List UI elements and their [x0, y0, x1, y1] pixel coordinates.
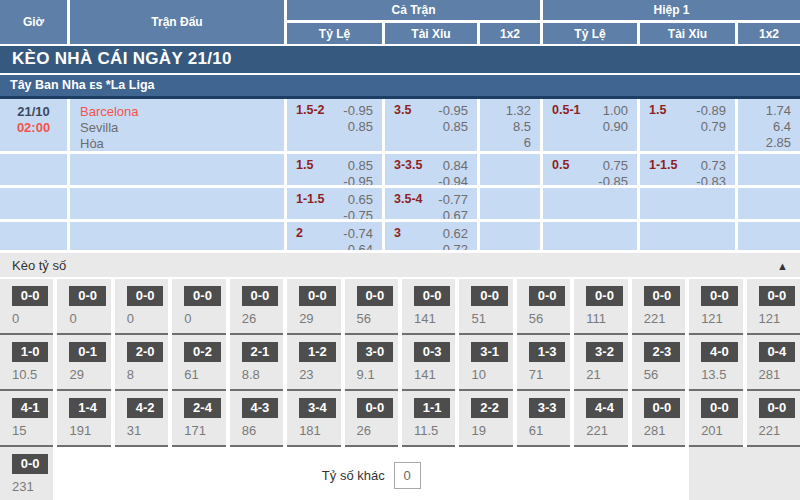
odds-value[interactable]: 0.67 [443, 208, 468, 219]
score-label[interactable]: 0-0 [242, 286, 278, 306]
odds-value[interactable]: -0.89 [696, 103, 726, 119]
odds-value[interactable]: 0.64 [348, 242, 373, 250]
odds-value[interactable]: -0.85 [598, 174, 628, 185]
score-cell[interactable]: 0-0 0 [0, 279, 53, 335]
score-cell[interactable]: 1-2 23 [287, 335, 340, 391]
score-cell[interactable]: 0-0 231 [0, 447, 53, 500]
score-cell[interactable]: 0-0 0 [57, 279, 110, 335]
score-label[interactable]: 0-0 [12, 286, 48, 306]
score-label[interactable]: 2-4 [184, 398, 220, 418]
score-cell[interactable]: 2-4 171 [172, 391, 225, 447]
score-cell[interactable]: 0-0 141 [402, 279, 455, 335]
score-cell[interactable]: 1-0 10.5 [0, 335, 53, 391]
score-label[interactable]: 0-4 [759, 342, 795, 362]
score-cell[interactable]: 1-4 191 [57, 391, 110, 447]
odds-value[interactable]: -0.83 [696, 174, 726, 185]
score-cell[interactable]: 0-0 29 [287, 279, 340, 335]
score-label[interactable]: 0-1 [69, 342, 105, 362]
odds-value[interactable]: 1.32 [506, 103, 531, 119]
ft-overunder-cell[interactable]: 3 0.62 -0.72 [385, 222, 477, 250]
score-label[interactable]: 4-1 [12, 398, 48, 418]
score-label[interactable]: 3-4 [299, 398, 335, 418]
odds-value[interactable]: 6.4 [773, 119, 791, 135]
score-label[interactable]: 0-0 [184, 286, 220, 306]
odds-value[interactable]: 6 [524, 135, 531, 151]
score-label[interactable]: 1-1 [414, 398, 450, 418]
odds-value[interactable]: -0.95 [438, 103, 468, 119]
score-label[interactable]: 0-0 [586, 286, 622, 306]
score-cell[interactable]: 0-0 26 [345, 391, 398, 447]
score-label[interactable]: 2-0 [127, 342, 163, 362]
score-cell[interactable]: 1-1 11.5 [402, 391, 455, 447]
score-cell[interactable]: 4-3 86 [230, 391, 283, 447]
ft-1x2-cell[interactable]: 1.32 8.5 6 [480, 99, 540, 151]
score-label[interactable]: 0-2 [184, 342, 220, 362]
odds-value[interactable]: 0.62 [443, 226, 468, 242]
ft-overunder-cell[interactable]: 3.5-4 -0.77 0.67 [385, 188, 477, 219]
odds-value[interactable]: 1.74 [766, 103, 791, 119]
score-cell[interactable]: 0-0 26 [230, 279, 283, 335]
score-label[interactable]: 0-0 [701, 398, 737, 418]
odds-value[interactable]: -0.95 [343, 103, 373, 119]
score-cell[interactable]: 3-3 61 [517, 391, 570, 447]
h1-overunder-cell[interactable]: 1-1.5 0.73 -0.83 [640, 154, 735, 185]
odds-value[interactable]: -0.95 [343, 174, 373, 185]
score-cell[interactable]: 4-1 15 [0, 391, 53, 447]
score-cell[interactable]: 0-0 201 [689, 391, 742, 447]
score-cell[interactable]: 0-0 121 [689, 279, 742, 335]
score-cell[interactable]: 0-3 141 [402, 335, 455, 391]
ft-handicap-cell[interactable]: 1.5 0.85 -0.95 [287, 154, 382, 185]
score-cell[interactable]: 0-0 281 [632, 391, 685, 447]
score-cell[interactable]: 0-0 221 [632, 279, 685, 335]
h1-handicap-cell[interactable]: 0.5 0.75 -0.85 [543, 154, 637, 185]
odds-value[interactable]: 0.75 [603, 158, 628, 174]
odds-value[interactable]: -0.94 [438, 174, 468, 185]
odds-value[interactable]: 0.84 [443, 158, 468, 174]
score-cell[interactable]: 0-0 51 [459, 279, 512, 335]
score-cell[interactable]: 4-4 221 [574, 391, 627, 447]
score-label[interactable]: 0-0 [759, 398, 795, 418]
score-cell[interactable]: 2-0 8 [115, 335, 168, 391]
odds-value[interactable]: 0.65 [348, 192, 373, 208]
score-label[interactable]: 4-3 [242, 398, 278, 418]
odds-value[interactable]: -0.77 [438, 192, 468, 208]
score-label[interactable]: 0-0 [357, 398, 393, 418]
score-cell[interactable]: 0-4 281 [747, 335, 800, 391]
score-label[interactable]: 0-3 [414, 342, 450, 362]
score-label[interactable]: 0-0 [644, 398, 680, 418]
odds-value[interactable]: 0.85 [348, 158, 373, 174]
score-label[interactable]: 1-2 [299, 342, 335, 362]
ft-handicap-cell[interactable]: 2 -0.74 0.64 [287, 222, 382, 250]
score-cell[interactable]: 0-0 111 [574, 279, 627, 335]
score-label[interactable]: 3-2 [586, 342, 622, 362]
ft-handicap-cell[interactable]: 1-1.5 0.65 -0.75 [287, 188, 382, 219]
score-cell[interactable]: 3-2 21 [574, 335, 627, 391]
score-label[interactable]: 0-0 [69, 286, 105, 306]
score-cell[interactable]: 0-0 0 [115, 279, 168, 335]
score-cell[interactable]: 3-0 9.1 [345, 335, 398, 391]
score-label[interactable]: 0-0 [414, 286, 450, 306]
score-label[interactable]: 4-4 [586, 398, 622, 418]
score-label[interactable]: 4-0 [701, 342, 737, 362]
h1-overunder-cell[interactable]: 1.5 -0.89 0.79 [640, 99, 735, 151]
score-label[interactable]: 2-1 [242, 342, 278, 362]
score-cell[interactable]: 2-2 19 [459, 391, 512, 447]
score-label[interactable]: 0-0 [357, 286, 393, 306]
score-label[interactable]: 0-0 [299, 286, 335, 306]
odds-value[interactable]: -0.75 [343, 208, 373, 219]
collapse-arrow-icon[interactable]: ▲ [777, 260, 788, 272]
score-label[interactable]: 0-0 [644, 286, 680, 306]
odds-value[interactable]: 0.90 [603, 119, 628, 135]
odds-value[interactable]: 0.85 [348, 119, 373, 135]
score-cell[interactable]: 0-0 0 [172, 279, 225, 335]
odds-value[interactable]: 0.85 [443, 119, 468, 135]
h1-1x2-cell[interactable]: 1.74 6.4 2.85 [738, 99, 800, 151]
score-label[interactable]: 1-3 [529, 342, 565, 362]
odds-value[interactable]: 8.5 [513, 119, 531, 135]
odds-value[interactable]: 0.79 [701, 119, 726, 135]
score-label[interactable]: 3-0 [357, 342, 393, 362]
score-label[interactable]: 1-0 [12, 342, 48, 362]
h1-handicap-cell[interactable]: 0.5-1 1.00 0.90 [543, 99, 637, 151]
score-cell[interactable]: 4-0 13.5 [689, 335, 742, 391]
score-cell[interactable]: 2-1 8.8 [230, 335, 283, 391]
